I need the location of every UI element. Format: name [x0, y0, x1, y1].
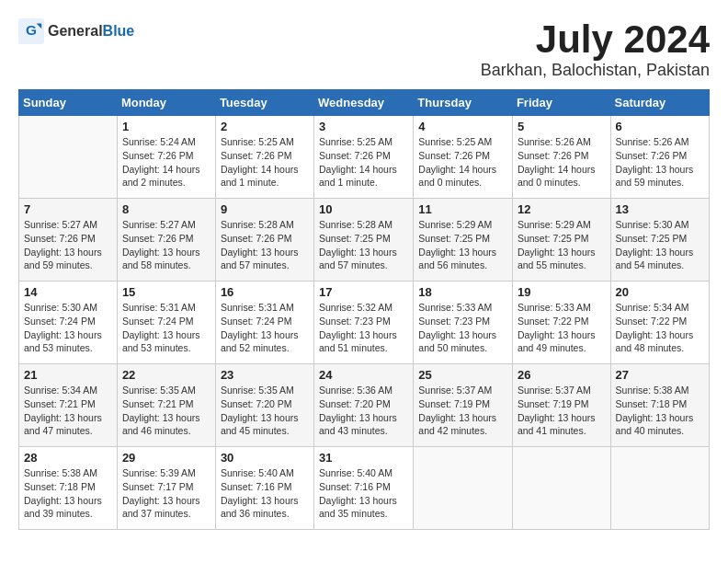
day-cell: 20Sunrise: 5:34 AM Sunset: 7:22 PM Dayli…	[610, 282, 709, 364]
day-cell: 29Sunrise: 5:39 AM Sunset: 7:17 PM Dayli…	[117, 447, 215, 530]
day-info: Sunrise: 5:37 AM Sunset: 7:19 PM Dayligh…	[518, 384, 606, 438]
day-info: Sunrise: 5:30 AM Sunset: 7:24 PM Dayligh…	[24, 301, 112, 355]
day-info: Sunrise: 5:36 AM Sunset: 7:20 PM Dayligh…	[319, 384, 408, 438]
day-info: Sunrise: 5:37 AM Sunset: 7:19 PM Dayligh…	[418, 384, 507, 438]
week-row-3: 14Sunrise: 5:30 AM Sunset: 7:24 PM Dayli…	[19, 282, 710, 364]
day-cell: 31Sunrise: 5:40 AM Sunset: 7:16 PM Dayli…	[314, 447, 414, 530]
day-cell: 9Sunrise: 5:28 AM Sunset: 7:26 PM Daylig…	[215, 199, 313, 282]
day-info: Sunrise: 5:39 AM Sunset: 7:17 PM Dayligh…	[122, 466, 210, 521]
day-cell: 11Sunrise: 5:29 AM Sunset: 7:25 PM Dayli…	[414, 199, 513, 282]
day-cell: 30Sunrise: 5:40 AM Sunset: 7:16 PM Dayli…	[215, 447, 313, 530]
day-info: Sunrise: 5:25 AM Sunset: 7:26 PM Dayligh…	[319, 135, 408, 190]
day-cell: 5Sunrise: 5:26 AM Sunset: 7:26 PM Daylig…	[512, 116, 610, 199]
day-info: Sunrise: 5:28 AM Sunset: 7:25 PM Dayligh…	[319, 218, 408, 272]
day-number: 3	[319, 120, 408, 133]
main-title: July 2024	[481, 18, 710, 61]
day-cell	[414, 447, 513, 530]
day-number: 28	[24, 451, 112, 465]
day-header-saturday: Saturday	[610, 90, 709, 116]
day-cell: 28Sunrise: 5:38 AM Sunset: 7:18 PM Dayli…	[19, 447, 118, 530]
day-header-tuesday: Tuesday	[215, 90, 313, 116]
day-number: 12	[518, 202, 606, 216]
day-info: Sunrise: 5:24 AM Sunset: 7:26 PM Dayligh…	[122, 135, 210, 190]
day-header-thursday: Thursday	[414, 90, 513, 116]
day-number: 16	[221, 285, 309, 299]
day-cell: 16Sunrise: 5:31 AM Sunset: 7:24 PM Dayli…	[215, 282, 313, 364]
svg-text:G: G	[26, 22, 37, 38]
day-cell: 21Sunrise: 5:34 AM Sunset: 7:21 PM Dayli…	[19, 364, 118, 447]
logo-general: General	[48, 23, 103, 39]
day-header-friday: Friday	[512, 90, 610, 116]
title-section: July 2024 Barkhan, Balochistan, Pakistan	[481, 18, 710, 80]
day-info: Sunrise: 5:28 AM Sunset: 7:26 PM Dayligh…	[221, 218, 309, 272]
week-row-4: 21Sunrise: 5:34 AM Sunset: 7:21 PM Dayli…	[19, 364, 710, 447]
day-cell: 15Sunrise: 5:31 AM Sunset: 7:24 PM Dayli…	[117, 282, 215, 364]
day-cell: 12Sunrise: 5:29 AM Sunset: 7:25 PM Dayli…	[512, 199, 610, 282]
day-number: 11	[418, 202, 507, 216]
day-header-wednesday: Wednesday	[314, 90, 414, 116]
day-number: 9	[221, 202, 309, 216]
day-cell	[610, 447, 709, 530]
day-cell	[19, 116, 118, 199]
day-number: 26	[518, 368, 606, 382]
day-cell: 2Sunrise: 5:25 AM Sunset: 7:26 PM Daylig…	[215, 116, 313, 199]
day-number: 1	[122, 120, 210, 133]
day-cell: 22Sunrise: 5:35 AM Sunset: 7:21 PM Dayli…	[117, 364, 215, 447]
logo-icon: G	[18, 18, 44, 44]
day-number: 10	[319, 202, 408, 216]
calendar-table: SundayMondayTuesdayWednesdayThursdayFrid…	[18, 89, 710, 530]
day-info: Sunrise: 5:29 AM Sunset: 7:25 PM Dayligh…	[418, 218, 507, 272]
day-number: 6	[616, 120, 704, 133]
day-cell: 24Sunrise: 5:36 AM Sunset: 7:20 PM Dayli…	[314, 364, 414, 447]
day-info: Sunrise: 5:31 AM Sunset: 7:24 PM Dayligh…	[221, 301, 309, 355]
logo: G GeneralBlue	[18, 18, 134, 44]
day-cell: 18Sunrise: 5:33 AM Sunset: 7:23 PM Dayli…	[414, 282, 513, 364]
day-number: 13	[616, 202, 704, 216]
day-info: Sunrise: 5:29 AM Sunset: 7:25 PM Dayligh…	[518, 218, 606, 272]
day-info: Sunrise: 5:25 AM Sunset: 7:26 PM Dayligh…	[221, 135, 309, 190]
day-info: Sunrise: 5:38 AM Sunset: 7:18 PM Dayligh…	[24, 466, 112, 521]
day-number: 21	[24, 368, 112, 382]
day-info: Sunrise: 5:40 AM Sunset: 7:16 PM Dayligh…	[221, 466, 309, 521]
day-number: 31	[319, 451, 408, 465]
day-number: 7	[24, 202, 112, 216]
day-number: 27	[616, 368, 704, 382]
day-info: Sunrise: 5:38 AM Sunset: 7:18 PM Dayligh…	[616, 384, 704, 438]
week-row-5: 28Sunrise: 5:38 AM Sunset: 7:18 PM Dayli…	[19, 447, 710, 530]
day-cell: 7Sunrise: 5:27 AM Sunset: 7:26 PM Daylig…	[19, 199, 118, 282]
day-number: 4	[418, 120, 507, 133]
day-info: Sunrise: 5:25 AM Sunset: 7:26 PM Dayligh…	[418, 135, 507, 190]
day-number: 19	[518, 285, 606, 299]
day-cell: 17Sunrise: 5:32 AM Sunset: 7:23 PM Dayli…	[314, 282, 414, 364]
day-cell: 3Sunrise: 5:25 AM Sunset: 7:26 PM Daylig…	[314, 116, 414, 199]
day-cell: 6Sunrise: 5:26 AM Sunset: 7:26 PM Daylig…	[610, 116, 709, 199]
logo-blue: Blue	[103, 23, 135, 39]
day-number: 20	[616, 285, 704, 299]
day-number: 5	[518, 120, 606, 133]
subtitle: Barkhan, Balochistan, Pakistan	[481, 61, 710, 80]
week-row-1: 1Sunrise: 5:24 AM Sunset: 7:26 PM Daylig…	[19, 116, 710, 199]
day-info: Sunrise: 5:33 AM Sunset: 7:23 PM Dayligh…	[418, 301, 507, 355]
day-cell: 10Sunrise: 5:28 AM Sunset: 7:25 PM Dayli…	[314, 199, 414, 282]
day-cell: 13Sunrise: 5:30 AM Sunset: 7:25 PM Dayli…	[610, 199, 709, 282]
day-info: Sunrise: 5:32 AM Sunset: 7:23 PM Dayligh…	[319, 301, 408, 355]
day-info: Sunrise: 5:35 AM Sunset: 7:20 PM Dayligh…	[221, 384, 309, 438]
day-number: 24	[319, 368, 408, 382]
day-info: Sunrise: 5:31 AM Sunset: 7:24 PM Dayligh…	[122, 301, 210, 355]
day-cell: 8Sunrise: 5:27 AM Sunset: 7:26 PM Daylig…	[117, 199, 215, 282]
day-cell: 1Sunrise: 5:24 AM Sunset: 7:26 PM Daylig…	[117, 116, 215, 199]
day-cell: 27Sunrise: 5:38 AM Sunset: 7:18 PM Dayli…	[610, 364, 709, 447]
day-cell: 23Sunrise: 5:35 AM Sunset: 7:20 PM Dayli…	[215, 364, 313, 447]
week-row-2: 7Sunrise: 5:27 AM Sunset: 7:26 PM Daylig…	[19, 199, 710, 282]
day-info: Sunrise: 5:34 AM Sunset: 7:22 PM Dayligh…	[616, 301, 704, 355]
day-info: Sunrise: 5:26 AM Sunset: 7:26 PM Dayligh…	[518, 135, 606, 190]
day-number: 29	[122, 451, 210, 465]
day-info: Sunrise: 5:27 AM Sunset: 7:26 PM Dayligh…	[122, 218, 210, 272]
day-info: Sunrise: 5:33 AM Sunset: 7:22 PM Dayligh…	[518, 301, 606, 355]
day-number: 25	[418, 368, 507, 382]
day-number: 30	[221, 451, 309, 465]
day-cell: 4Sunrise: 5:25 AM Sunset: 7:26 PM Daylig…	[414, 116, 513, 199]
day-number: 18	[418, 285, 507, 299]
day-number: 17	[319, 285, 408, 299]
day-cell: 25Sunrise: 5:37 AM Sunset: 7:19 PM Dayli…	[414, 364, 513, 447]
